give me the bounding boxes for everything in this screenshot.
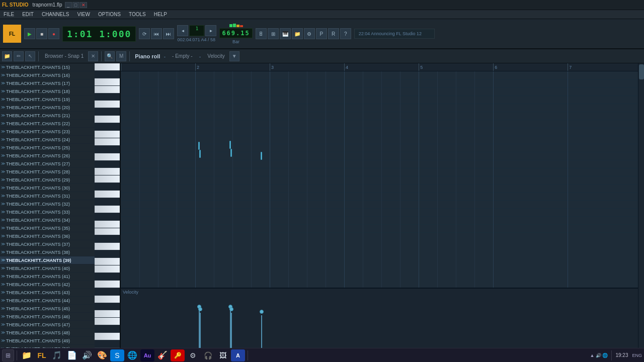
velocity-point[interactable] [198,307,202,311]
menu-channels[interactable]: CHANNELS [40,12,70,17]
piano-key[interactable] [95,273,120,281]
track-row[interactable]: ≫THEBLACKHITT..CHANTS (15) [0,63,96,71]
track-row[interactable]: ≫THEBLACKHITT..CHANTS (41) [0,273,96,281]
piano-key[interactable] [95,78,120,86]
piano-key[interactable] [95,303,120,311]
piano-key[interactable] [95,250,120,258]
track-row[interactable]: ≫THEBLACKHITT..CHANTS (28) [0,168,96,176]
stop-button[interactable]: ■ [36,28,47,39]
piano-key[interactable] [95,86,120,94]
track-row[interactable]: ≫THEBLACKHITT..CHANTS (38) [0,248,96,256]
piano-key[interactable] [95,258,120,265]
track-row[interactable]: ≫THEBLACKHITT..CHANTS (24) [0,136,96,144]
taskbar-icon-image[interactable]: 🖼 [216,349,230,361]
track-row[interactable]: ≫THEBLACKHITT..CHANTS (49) [0,337,96,345]
velocity-point[interactable] [229,307,233,311]
start-button[interactable]: ⊞ [2,349,14,361]
menu-options[interactable]: OPTIONS [97,12,122,17]
piano-key[interactable] [95,63,120,71]
browser-toggle[interactable]: 📁 [2,51,12,61]
snap-btn[interactable]: M [116,51,126,61]
tool-mixer[interactable]: 🎚 [256,28,267,39]
tool-render[interactable]: R [328,28,339,39]
track-row[interactable]: ≫THEBLACKHITT..CHANTS (40) [0,264,96,273]
piano-key[interactable] [95,325,120,333]
piano-key[interactable] [95,123,120,131]
track-row[interactable]: ≫THEBLACKHITT..CHANTS (20) [0,104,96,112]
track-row[interactable]: ≫THEBLACKHITT..CHANTS (26) [0,152,96,160]
velocity-dropdown[interactable]: ▼ [229,51,239,61]
menu-file[interactable]: FILE [2,12,16,17]
piano-key[interactable] [95,168,120,175]
taskbar-icon-fl[interactable]: FL [35,349,49,361]
velocity-point[interactable] [260,310,264,314]
close-button[interactable]: ✕ [80,2,87,8]
tool-help[interactable]: ? [340,28,351,39]
loop-button[interactable]: ⟳ [139,28,150,39]
piano-key[interactable] [95,333,120,340]
track-row[interactable]: ≫THEBLACKHITT..CHANTS (25) [0,144,96,152]
piano-key[interactable] [95,296,120,303]
tool-piano[interactable]: 🎹 [280,28,291,39]
note[interactable] [261,152,262,160]
note[interactable] [229,141,231,149]
taskbar-icon-text[interactable]: A [231,349,245,361]
track-row[interactable]: ≫THEBLACKHITT..CHANTS (44) [0,297,96,305]
track-row[interactable]: ≫THEBLACKHITT..CHANTS (19) [0,96,96,104]
piano-key[interactable] [95,265,120,273]
taskbar-icon-explorer[interactable]: 📁 [20,349,34,361]
piano-key[interactable] [95,228,120,236]
track-row[interactable]: ≫THEBLACKHITT..CHANTS (33) [0,208,96,216]
pattern-next[interactable]: ► [205,25,216,36]
piano-key[interactable] [95,108,120,116]
piano-key[interactable] [95,116,120,123]
zoom-in[interactable]: 🔍 [105,51,115,61]
piano-key[interactable] [95,213,120,221]
piano-key[interactable] [95,101,120,108]
piano-key[interactable] [95,161,120,168]
track-row[interactable]: ≫THEBLACKHITT..CHANTS (35) [0,224,96,232]
grid-content[interactable] [121,71,638,288]
taskbar-icon-paint[interactable]: 🎨 [95,349,109,361]
right-scrollbar[interactable] [638,63,644,348]
piano-key[interactable] [95,94,120,101]
taskbar-icon-word[interactable]: 📄 [65,349,79,361]
taskbar-icon-key[interactable]: 🔑 [171,349,185,361]
note[interactable] [230,149,232,157]
track-row[interactable]: ≫THEBLACKHITT..CHANTS (18) [0,87,96,96]
track-row[interactable]: ≫THEBLACKHITT..CHANTS (45) [0,305,96,313]
jump-start-button[interactable]: ⏮ [151,28,162,39]
menu-help[interactable]: HELP [152,12,169,17]
track-row[interactable]: ≫THEBLACKHITT..CHANTS (22) [0,120,96,128]
note[interactable] [198,142,200,150]
tool-step[interactable]: ⊞ [268,28,279,39]
piano-key[interactable] [95,340,120,348]
minimize-button[interactable]: _ [65,2,72,8]
piano-key[interactable] [95,318,120,325]
track-row[interactable]: ≫THEBLACKHITT..CHANTS (29) [0,176,96,184]
track-row[interactable]: ≫THEBLACKHITT..CHANTS (32) [0,200,96,208]
piano-key[interactable] [95,243,120,250]
piano-key[interactable] [95,131,120,138]
taskbar-icon-audition[interactable]: Au [140,349,154,361]
taskbar-icon-skype[interactable]: S [110,349,124,361]
piano-key[interactable] [95,288,120,296]
track-row[interactable]: ≫THEBLACKHITT..CHANTS (42) [0,281,96,289]
track-row[interactable]: ≫THEBLACKHITT..CHANTS (39) [0,256,96,264]
track-row[interactable]: ≫THEBLACKHITT..CHANTS (27) [0,160,96,168]
taskbar-icon-fruity[interactable]: 🎸 [155,349,170,361]
record-button[interactable]: ● [48,28,59,39]
tool-plugin[interactable]: P [316,28,327,39]
menu-tools[interactable]: TOOLS [127,12,147,17]
scrollbar-thumb[interactable] [639,64,644,79]
piano-key[interactable] [95,146,120,153]
piano-key[interactable] [95,153,120,161]
track-row[interactable]: ≫THEBLACKHITT..CHANTS (30) [0,184,96,192]
grid-area[interactable]: 2 3 4 5 6 7 [121,63,638,348]
piano-key[interactable] [95,310,120,318]
track-row[interactable]: ≫THEBLACKHITT..CHANTS (47) [0,321,96,329]
piano-key[interactable] [95,175,120,183]
track-row[interactable]: ≫THEBLACKHITT..CHANTS (48) [0,329,96,337]
piano-key[interactable] [95,198,120,206]
track-row[interactable]: ≫THEBLACKHITT..CHANTS (16) [0,71,96,79]
